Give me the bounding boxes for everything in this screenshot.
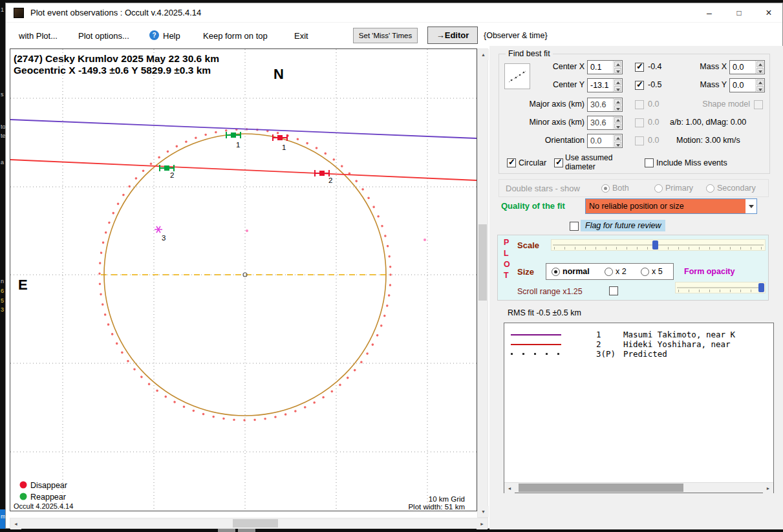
menu-with-plot[interactable]: with Plot... <box>19 31 58 41</box>
dropdown-arrow-icon[interactable] <box>745 199 756 213</box>
observer-time-label[interactable]: {Observer & time} <box>484 31 548 40</box>
group-title: Find best fit <box>506 49 553 58</box>
size-x5-radio[interactable] <box>641 268 649 276</box>
ds-secondary-radio <box>706 184 714 193</box>
spin-up-icon[interactable] <box>756 61 764 67</box>
mass-x-input[interactable]: 0.0 <box>729 60 765 74</box>
window-title: Plot event observations : Occult v.4.202… <box>30 8 201 17</box>
maximize-button[interactable]: □ <box>724 3 754 23</box>
use-assumed-checkbox[interactable] <box>554 158 563 167</box>
circular-checkbox[interactable] <box>507 158 516 167</box>
spin-down-icon[interactable] <box>614 68 621 74</box>
vscroll-thumb[interactable] <box>478 224 487 301</box>
spin-down-icon[interactable] <box>756 86 764 92</box>
flag-review-checkbox[interactable] <box>570 222 579 231</box>
scroll-left-button[interactable] <box>10 518 21 529</box>
minor-zero-checkbox <box>635 118 644 127</box>
titlebar[interactable]: Plot event observations : Occult v.4.202… <box>6 3 782 23</box>
center-x-spinner[interactable] <box>613 61 622 74</box>
list-hscroll-thumb[interactable] <box>519 484 683 492</box>
menu-keep-form-on-top[interactable]: Keep form on top <box>203 31 268 41</box>
center-y-input[interactable]: -13.1 <box>587 78 623 92</box>
minor-axis-spinner[interactable] <box>613 116 622 129</box>
offset-y-checkbox[interactable] <box>635 81 644 90</box>
menu-help[interactable]: Help <box>163 31 180 41</box>
mass-y-input[interactable]: 0.0 <box>729 78 765 92</box>
help-icon[interactable] <box>149 30 159 40</box>
slider-ticks <box>678 290 762 292</box>
scroll-down-button[interactable] <box>478 506 489 517</box>
chord1-reappear-marker[interactable] <box>226 132 241 138</box>
minor-axis-input[interactable]: 30.6 <box>587 116 623 130</box>
scroll-up-button[interactable] <box>478 49 489 60</box>
scroll-right-button[interactable] <box>763 483 773 493</box>
disappear-legend-label: Disappear <box>30 481 67 490</box>
scale-slider-thumb[interactable] <box>652 240 658 250</box>
minor-axis-value[interactable]: 30.6 <box>588 116 613 129</box>
minimize-button[interactable]: – <box>694 3 724 23</box>
scatter-fit-icon <box>508 68 527 85</box>
spin-up-icon[interactable] <box>614 117 621 123</box>
spin-down-icon[interactable] <box>614 142 621 147</box>
size-label: Size <box>517 267 534 277</box>
observer-list[interactable]: 1 Masumi Takimoto, near K 2 Hideki Yoshi… <box>504 323 774 493</box>
scale-slider[interactable] <box>551 239 766 251</box>
major-axis-input[interactable]: 30.6 <box>587 98 623 112</box>
spin-up-icon[interactable] <box>614 135 621 141</box>
size-x2-radio[interactable] <box>605 268 613 276</box>
include-miss-checkbox[interactable] <box>645 158 654 167</box>
center-y-value[interactable]: -13.1 <box>588 79 613 92</box>
chord-2-line[interactable] <box>10 160 477 180</box>
editor-button[interactable]: →Editor <box>427 27 478 44</box>
orientation-spinner[interactable] <box>613 134 622 147</box>
spin-down-icon[interactable] <box>614 86 621 92</box>
mass-x-spinner[interactable] <box>755 61 764 74</box>
edge-fragment: 6 <box>1 288 4 294</box>
quality-combobox[interactable]: No reliable position or size <box>585 198 757 214</box>
form-opacity-slider-thumb[interactable] <box>758 283 764 292</box>
spin-down-icon[interactable] <box>756 68 764 74</box>
orientation-input[interactable]: 0.0 <box>587 134 623 148</box>
spin-up-icon[interactable] <box>614 61 621 67</box>
major-axis-spinner[interactable] <box>613 98 622 111</box>
orientation-value[interactable]: 0.0 <box>588 134 613 147</box>
list-hscrollbar[interactable] <box>504 482 773 493</box>
mass-x-value[interactable]: 0.0 <box>730 61 755 74</box>
spin-down-icon[interactable] <box>614 123 621 129</box>
center-x-value[interactable]: 0.1 <box>588 61 613 74</box>
spin-up-icon[interactable] <box>614 99 621 105</box>
observer-number: 2 <box>596 339 601 349</box>
quality-selected-value[interactable]: No reliable position or size <box>586 199 745 213</box>
size-normal-label: normal <box>563 267 590 276</box>
set-miss-times-button[interactable]: Set 'Miss' Times <box>353 28 418 43</box>
chord2-disappear-marker[interactable] <box>315 170 329 176</box>
spin-up-icon[interactable] <box>614 80 621 85</box>
background-taskbar-fragment: m <box>0 509 5 529</box>
mass-y-spinner[interactable] <box>755 79 764 92</box>
orientation-label: Orientation <box>506 136 585 145</box>
offset-x-checkbox[interactable] <box>635 63 644 72</box>
center-x-input[interactable]: 0.1 <box>587 60 623 74</box>
center-y-spinner[interactable] <box>613 79 622 92</box>
spin-down-icon[interactable] <box>614 105 621 111</box>
plot-canvas[interactable]: (2747) Cesky Krumlov 2025 May 22 30.6 km… <box>10 48 477 511</box>
mass-y-value[interactable]: 0.0 <box>730 79 755 92</box>
size-normal-radio[interactable] <box>552 268 560 276</box>
control-panel: Find best fit Center X 0.1 -0.4 Mass X 0… <box>489 46 783 529</box>
scroll-right-button[interactable] <box>477 518 488 529</box>
scroll-left-button[interactable] <box>504 483 515 493</box>
chord-1-line[interactable] <box>10 120 477 138</box>
close-button[interactable]: × <box>754 3 783 23</box>
stray-dot <box>424 239 426 241</box>
minor-axis-label: Minor axis (km) <box>506 118 585 127</box>
major-axis-value[interactable]: 30.6 <box>588 98 613 111</box>
menu-plot-options[interactable]: Plot options... <box>78 31 129 41</box>
scroll-range-checkbox[interactable] <box>609 286 618 295</box>
form-opacity-slider[interactable] <box>675 282 766 293</box>
plot-vscrollbar[interactable] <box>477 48 488 518</box>
plot-hscrollbar[interactable] <box>10 518 488 529</box>
mass-x-label: Mass X <box>685 62 727 71</box>
hscroll-thumb[interactable] <box>233 519 278 527</box>
spin-up-icon[interactable] <box>756 80 764 85</box>
menu-exit[interactable]: Exit <box>294 31 308 41</box>
